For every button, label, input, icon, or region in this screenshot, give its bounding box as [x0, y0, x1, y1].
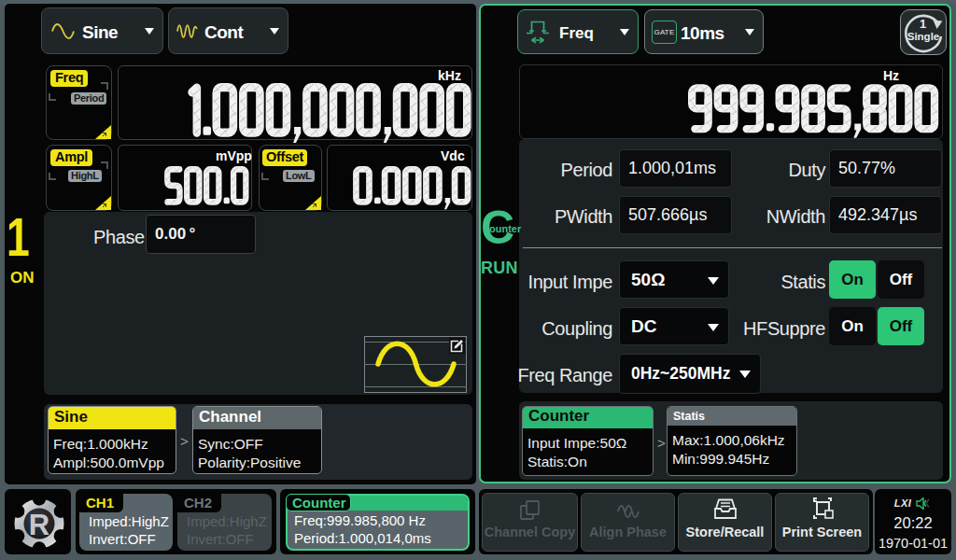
svg-text:Single: Single	[907, 31, 940, 42]
svg-text:1: 1	[920, 17, 926, 31]
svg-text:R: R	[29, 509, 49, 541]
